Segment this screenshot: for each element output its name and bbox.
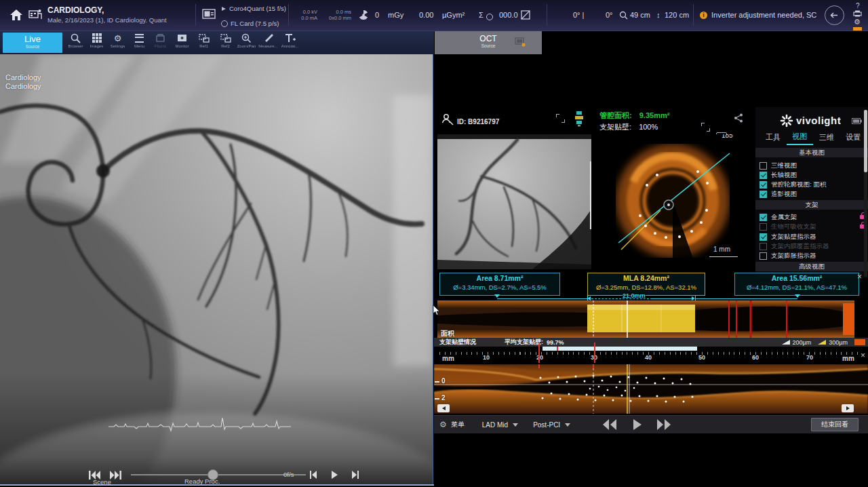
stent-length-line <box>652 298 693 299</box>
scene-slider-track[interactable] <box>131 474 306 475</box>
system-warning-text: Inverter adjustment needed, SC <box>711 11 816 19</box>
generator-ms-filter: 0.0 ms0x0.0 mm <box>324 9 351 21</box>
next-frame-button[interactable] <box>351 471 359 479</box>
tool-zoom-pan[interactable]: Zoom/Pan <box>236 33 257 53</box>
table-height-icon: ↕ <box>656 11 660 19</box>
monitor-icon[interactable] <box>202 9 216 21</box>
end-review-button[interactable]: 结束回看 <box>811 418 859 431</box>
tab-settings[interactable]: 设置 <box>840 132 867 144</box>
tool-ref2[interactable]: Ref2 <box>215 33 236 53</box>
fast-forward-button[interactable] <box>656 419 672 430</box>
oct-source-tab[interactable]: OCT Source <box>435 31 542 54</box>
dose-unit: mGy <box>388 11 403 19</box>
apposition-label: 支架贴壁: <box>599 123 631 131</box>
checkbox[interactable] <box>760 252 767 260</box>
measurement-title: Area 8.71mm² <box>440 273 559 283</box>
strip-label: 面积 <box>441 329 454 338</box>
tool-fluoro[interactable]: Fluoro <box>150 33 171 53</box>
play-button[interactable] <box>633 419 642 430</box>
long-axis-view[interactable] <box>434 364 868 414</box>
legend-malapposition-icon <box>854 339 865 345</box>
tool-images[interactable]: Images <box>86 33 107 53</box>
connector-line <box>696 298 797 299</box>
oct-patient-id: ID: B9216797 <box>457 118 499 125</box>
checkbox[interactable] <box>760 181 767 189</box>
measurement-proximal[interactable]: Area 8.71mm² Ø=3.34mm, DS=2.7%, AS=5.5% <box>439 273 560 296</box>
option-expansion-indicator[interactable]: 支架膨胀指示器 <box>760 251 865 260</box>
checkbox[interactable] <box>760 172 767 179</box>
oct-control-panel: vivolight 工具 视图 三维 设置 基本视图 三维视图 长轴视图 管腔轮… <box>755 107 868 278</box>
measurement-distal[interactable]: Area 15.56mm² Ø=4.12mm, DS=21.1%, AS=47.… <box>734 273 859 296</box>
tool-annotate[interactable]: Annotat... <box>279 33 300 53</box>
oct-cross-section[interactable]: 185 1 mm <box>593 134 755 269</box>
option-lumen-contour-view[interactable]: 管腔轮廓视图: 面积 <box>760 180 865 189</box>
viewport-bottom-divider <box>0 484 434 486</box>
tool-settings[interactable]: ⚙ Settings <box>107 33 128 53</box>
angio-thumbnail[interactable] <box>437 134 591 269</box>
help-icon[interactable]: ? <box>856 2 860 9</box>
checkbox[interactable] <box>760 214 767 221</box>
tool-measure[interactable]: Measure... <box>258 33 279 53</box>
phase-select[interactable]: Post-PCI <box>533 421 560 429</box>
option-bioresorbable-stent[interactable]: 生物可吸收支架 <box>760 222 865 231</box>
apposition-readout: 支架贴壁: 100% <box>599 122 658 132</box>
live-source-button[interactable]: Live Source <box>3 33 62 53</box>
option-angio-view[interactable]: 造影视图 <box>760 189 865 199</box>
chevron-down-icon[interactable] <box>565 423 570 427</box>
tool-menu[interactable]: Menu <box>129 33 150 53</box>
tool-browser[interactable]: Browser <box>65 33 86 53</box>
close-longview-icon[interactable]: × <box>861 351 865 359</box>
play-button[interactable] <box>331 471 338 479</box>
option-3d-view[interactable]: 三维视图 <box>760 161 865 170</box>
fullscreen-icon[interactable] <box>556 114 565 123</box>
menu-button[interactable]: 菜单 <box>451 420 465 429</box>
close-measurements-icon[interactable]: × <box>857 273 862 281</box>
lumen-area-label: 管腔面积: <box>599 111 632 119</box>
tab-3d[interactable]: 三维 <box>813 132 840 144</box>
checkbox[interactable] <box>760 233 767 241</box>
legend-300-icon <box>818 340 826 345</box>
notification-badge <box>853 27 862 31</box>
fullscreen-icon[interactable] <box>701 123 710 132</box>
transfer-back-button[interactable] <box>825 5 844 25</box>
checkbox[interactable] <box>760 191 767 198</box>
print-icon[interactable] <box>853 10 862 17</box>
pullback-area-strip[interactable] <box>437 300 854 338</box>
frame-number: 185 <box>722 134 733 139</box>
next-scene-button[interactable] <box>110 471 122 480</box>
checkbox[interactable] <box>760 223 767 231</box>
measurement-mla[interactable]: MLA 8.24mm² Ø=3.25mm, DS=12.8%, AS=32.1% <box>587 273 705 296</box>
panel-tabs: 工具 视图 三维 设置 <box>760 132 867 145</box>
pan-right-button[interactable] <box>842 404 854 412</box>
option-coverage-indicator[interactable]: 支架内膜覆盖指示器 <box>760 241 865 251</box>
option-metal-stent[interactable]: 金属支架 <box>760 212 865 222</box>
tool-ref1[interactable]: Ref1 <box>193 33 214 53</box>
eye-dot-icon <box>486 14 493 20</box>
ruler-tick: 50 <box>698 354 705 361</box>
previous-frame-button[interactable] <box>309 471 317 479</box>
rewind-button[interactable] <box>601 419 618 430</box>
dap-unit: µGym² <box>442 11 465 19</box>
checkbox[interactable] <box>760 162 767 170</box>
tab-view[interactable]: 视图 <box>787 132 814 145</box>
thumbnail-scrollbar[interactable] <box>590 161 591 229</box>
home-icon[interactable] <box>9 7 24 22</box>
patient-schedule-icon[interactable] <box>28 7 42 23</box>
angio-viewport[interactable] <box>0 54 433 486</box>
gear-icon[interactable]: ⚙ <box>854 18 861 26</box>
option-apposition-indicator[interactable]: 支架贴壁指示器 <box>760 232 865 241</box>
panel-scrollbar-thumb[interactable] <box>864 110 867 172</box>
tool-monitor[interactable]: Monitor <box>172 33 193 53</box>
pullback-3d-icon[interactable] <box>573 111 585 127</box>
pan-left-button[interactable] <box>437 404 450 412</box>
wedge-filter-icon[interactable] <box>521 10 530 20</box>
gear-icon[interactable]: ⚙ <box>439 420 447 429</box>
checkbox[interactable] <box>760 243 767 250</box>
vessel-select[interactable]: LAD Mid <box>482 421 508 429</box>
angle-primary: 0° | <box>573 11 584 19</box>
option-long-axis-view[interactable]: 长轴视图 <box>760 170 865 180</box>
tab-tools[interactable]: 工具 <box>760 132 787 144</box>
angio-thumbnail-image <box>437 134 591 269</box>
chevron-down-icon[interactable] <box>513 423 518 427</box>
share-icon[interactable] <box>734 113 743 123</box>
